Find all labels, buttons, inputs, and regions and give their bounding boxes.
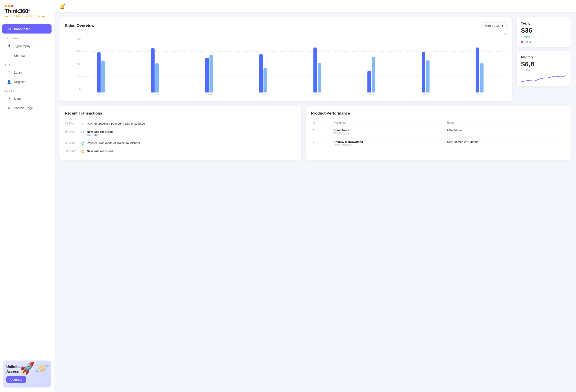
- yearly-legend: 2023: [525, 40, 531, 44]
- product-assigned-2: Andrew McDownland Project Manager: [332, 138, 445, 149]
- sidebar-item-register[interactable]: 👤 Register: [2, 77, 52, 87]
- table-row: 2 Andrew McDownland Project Manager Real…: [311, 138, 565, 149]
- logo-area: Think360AI — a CAMS company —: [0, 0, 54, 22]
- monthly-value: $6,8: [521, 60, 566, 68]
- bar-dark: [259, 54, 263, 92]
- sidebar: Think360AI — a CAMS company — ⊞ Dashboar…: [0, 0, 54, 392]
- icons-icon: ◎: [7, 96, 11, 101]
- bar-pair: [314, 45, 321, 92]
- top-row: Sales Overview March 2023 ▾ ≡ 400 300 20…: [59, 17, 571, 101]
- bar-dark: [422, 52, 425, 92]
- bar-label: 18/08: [206, 93, 212, 96]
- legend-dot: [521, 41, 523, 43]
- sales-bar-chart: 400 300 200 100 0 16/0817/0818/0819/0820…: [65, 37, 507, 96]
- notifications-bell[interactable]: 🔔: [59, 4, 65, 9]
- bar-light: [209, 55, 213, 92]
- col-header-name: Name: [445, 120, 565, 126]
- sidebar-item-label-sample-page: Sample Page: [14, 106, 33, 110]
- bar-group: 21/08: [345, 45, 399, 96]
- bar-pair: [205, 45, 213, 92]
- bar-pair: [151, 45, 159, 92]
- main-area: 🔔 Sales Overview March 2023 ▾ ≡: [54, 0, 576, 392]
- sales-header: Sales Overview March 2023 ▾: [65, 23, 507, 29]
- notification-dot: [64, 3, 65, 5]
- bar-light: [480, 63, 484, 92]
- sidebar-item-typography[interactable]: A Typography: [2, 41, 52, 51]
- tx-desc-3: Payment was made of $64.95 to Michael: [87, 141, 140, 145]
- bar-pair: [367, 45, 375, 92]
- typography-icon: A: [7, 44, 11, 48]
- col-header-assigned: Assigned: [332, 120, 445, 126]
- yearly-label: Yearly: [521, 22, 566, 25]
- bar-label: 20/08: [315, 93, 320, 96]
- bar-group: 16/08: [74, 45, 128, 96]
- assigned-role-2: Project Manager: [333, 144, 443, 146]
- product-title: Product Performance: [311, 111, 565, 116]
- sidebar-nav: ⊞ Dashboard UTILITIES A Typography ▢ Sha…: [0, 22, 54, 357]
- monthly-label: Monthly: [521, 55, 566, 59]
- stats-panel: Yearly $36 ↖ +1% 2023 Monthly $6,8: [517, 17, 571, 101]
- bar-pair: [259, 45, 267, 92]
- tx-desc-1: Payment received from John Doe of $385.9…: [87, 122, 145, 125]
- product-performance-card: Product Performance Id Assigned Name 1: [306, 106, 571, 160]
- logo-tagline: — a CAMS company —: [4, 14, 49, 18]
- logo-circle-2: [8, 5, 10, 7]
- month-label: March 2023: [485, 24, 500, 28]
- monthly-change: ↘ +1%: [521, 69, 566, 72]
- assigned-name-2: Andrew McDownland: [333, 140, 443, 144]
- sales-title: Sales Overview: [65, 23, 94, 28]
- assigned-name-1: Sunil Joshi: [333, 128, 443, 132]
- tx-time-1: 09:30 am: [65, 122, 79, 125]
- nav-section-utilities: UTILITIES: [0, 34, 54, 41]
- sidebar-item-dashboard[interactable]: ⊞ Dashboard: [2, 24, 52, 33]
- rocket-illustration: 🚀🪐: [20, 362, 49, 374]
- bar-light: [101, 60, 105, 92]
- chart-menu-icon[interactable]: ≡: [65, 31, 507, 36]
- tx-row-2: 10:00 am New sale recorded #ML-3467: [65, 128, 296, 139]
- product-table: Id Assigned Name 1 Sunil Joshi Web Desig…: [311, 120, 565, 149]
- yearly-change-text: +1%: [524, 35, 530, 38]
- nav-section-extra: EXTRA: [0, 87, 54, 94]
- product-name-2: Real Homes WP Theme: [445, 138, 565, 149]
- month-selector[interactable]: March 2023 ▾: [482, 23, 507, 29]
- topbar: 🔔: [54, 0, 576, 13]
- sidebar-item-label-shadow: Shadow: [14, 54, 26, 58]
- bar-light: [318, 63, 321, 92]
- tx-row-4: 09:30 am New sale recorded: [65, 147, 296, 155]
- bar-group: 20/08: [290, 45, 345, 96]
- bars-area: 16/0817/0818/0819/0820/0821/0822/0823/08: [65, 45, 507, 96]
- yearly-change: ↖ +1%: [521, 35, 566, 38]
- sidebar-item-sample-page[interactable]: ◈ Sample Page: [2, 103, 52, 113]
- sample-page-icon: ◈: [7, 106, 11, 110]
- bar-dark: [205, 58, 209, 92]
- product-id-2: 2: [311, 138, 332, 149]
- bar-dark: [476, 47, 479, 92]
- tx-time-3: 12:00 am: [65, 141, 79, 145]
- upgrade-button[interactable]: Upgrade: [6, 376, 26, 383]
- tx-time-4: 09:30 am: [65, 150, 79, 152]
- upgrade-card: 🚀🪐 Unlimited Access Upgrade: [3, 361, 51, 388]
- sidebar-item-icons[interactable]: ◎ Icons: [2, 94, 52, 103]
- bar-label: 23/08: [477, 93, 482, 96]
- yearly-stat-card: Yearly $36 ↖ +1% 2023: [517, 17, 571, 47]
- sidebar-item-label-dashboard: Dashboard: [14, 27, 30, 31]
- sidebar-item-shadow[interactable]: ▢ Shadow: [2, 51, 52, 60]
- monthly-mini-chart: [521, 74, 566, 83]
- tx-dot-4: [82, 150, 84, 153]
- tx-row-3: 12:00 am Payment was made of $64.95 to M…: [65, 139, 296, 147]
- bar-group: 17/08: [128, 45, 182, 96]
- sidebar-item-label-icons: Icons: [14, 97, 21, 100]
- tx-time-2: 10:00 am: [65, 130, 79, 133]
- product-id-1: 1: [311, 126, 332, 138]
- product-name-1: Elite Admin: [445, 126, 565, 138]
- bar-dark: [367, 71, 371, 92]
- bar-label: 19/08: [260, 93, 266, 96]
- bar-label: 21/08: [369, 93, 374, 96]
- bottom-row: Recent Transactions 09:30 am Payment rec…: [59, 106, 571, 160]
- transactions-title: Recent Transactions: [65, 111, 296, 116]
- monthly-change-text: +1%: [524, 69, 530, 72]
- mini-chart-svg: [521, 74, 566, 83]
- down-arrow-icon: ↘: [521, 69, 523, 72]
- tx-link-2[interactable]: #ML-3467: [87, 133, 113, 137]
- sidebar-item-login[interactable]: ⬚ Login: [2, 68, 52, 77]
